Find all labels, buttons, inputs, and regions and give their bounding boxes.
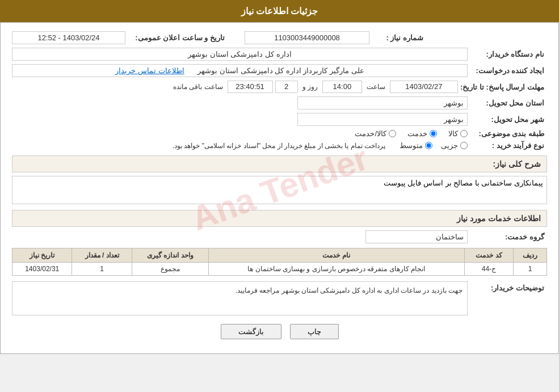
farayand-row: نوع فرآیند خرید : جزیی متوسط پرداخت تمام… [12,141,547,150]
tabaqe-khadamat-radio[interactable] [430,130,437,137]
mohlat-label: مهلت ارسال پاسخ: تا تاریخ: [460,83,547,91]
mohlat-countdown: 23:40:51 [228,81,273,93]
group-khadamat-value: ساختمان [365,230,468,243]
page-header: جزئیات اطلاعات نیاز [0,0,559,22]
main-content: Ana Tender شماره نیاز : 1103003449000008… [0,22,559,354]
ijad-konande-value: علی مارگیر کاربرداز اداره کل دامپزشکی اس… [12,64,468,77]
tabaqe-kala-radio[interactable] [460,130,468,137]
ijad-konande-link[interactable]: اطلاعات تماس خریدار [115,66,184,75]
services-table-body: 1ج-44انجام کارهای متفرقه درخصوص بازسازی … [12,263,547,276]
cell-tedad: 1 [72,263,132,276]
col-tedad: تعداد / مقدار [72,248,132,263]
khadamat-section-label: اطلاعات خدمات مورد نیاز [457,214,541,223]
shmaare-niyaz-row: شماره نیاز : 1103003449000008 تاریخ و سا… [12,31,547,44]
ijad-konande-label: ایجاد کننده درخواست: [468,66,547,75]
services-table: ردیف کد خدمت نام خدمت واحد اندازه گیری ت… [12,248,547,276]
shahr-takhvil-label: شهر محل تحویل: [468,115,547,124]
table-header-row: ردیف کد خدمت نام خدمت واحد اندازه گیری ت… [12,248,547,263]
back-button[interactable]: بازگشت [221,324,281,339]
khadamat-section-title: اطلاعات خدمات مورد نیاز [12,210,547,227]
sharh-area [12,176,547,204]
mohlat-baqi-label: ساعت باقی مانده [171,82,225,92]
farayand-options: جزیی متوسط پرداخت تمام یا بخشی از مبلغ خ… [173,141,468,150]
tarikh-value: 1403/02/24 - 12:52 [12,31,125,44]
cell-tarikh: 1403/02/31 [12,263,72,276]
services-table-header: ردیف کد خدمت نام خدمت واحد اندازه گیری ت… [12,248,547,263]
col-vahed: واحد اندازه گیری [132,248,208,263]
farayand-jozii-option[interactable]: جزیی [441,141,468,150]
group-khadamat-label: گروه خدمت: [468,233,547,241]
cell-radif: 1 [514,263,547,276]
table-row: 1ج-44انجام کارهای متفرقه درخصوص بازسازی … [12,263,547,276]
page-container: جزئیات اطلاعات نیاز Ana Tender شماره نیا… [0,0,559,354]
button-row: چاپ بازگشت [12,324,547,339]
tabaqe-khadamat-option[interactable]: خدمت [407,129,437,138]
farayand-jozii-label: جزیی [441,141,458,150]
mohlat-row: مهلت ارسال پاسخ: تا تاریخ: 1403/02/27 سا… [12,81,547,93]
tabaqe-options: کالا خدمت کالا/خدمت [355,129,468,138]
sharh-section-title: شرح کلی نیاز: [12,155,547,172]
shahr-takhvil-value: بوشهر [297,113,468,126]
tabaqe-row: طبقه بندی موضوعی: کالا خدمت کالا/خدمت [12,129,547,138]
sharh-section-label: شرح کلی نیاز: [493,159,541,168]
ostan-takhvil-label: استان محل تحویل: [468,99,547,107]
ijad-konande-text: علی مارگیر کاربرداز اداره کل دامپزشکی اس… [197,66,364,75]
farayand-motavasset-radio[interactable] [425,142,432,149]
tozihat-text: جهت بازدید در ساعات اداری به اداره کل دا… [236,286,463,294]
tozihat-section: توضیحات خریدار: جهت بازدید در ساعات ادار… [12,281,547,315]
farayand-motavasset-option[interactable]: متوسط [400,141,432,150]
tozihat-box: جهت بازدید در ساعات اداری به اداره کل دا… [12,281,468,315]
col-radif: ردیف [514,248,547,263]
tabaqe-kala-khadamat-label: کالا/خدمت [355,129,386,138]
col-tarikh: تاریخ نیاز [12,248,72,263]
group-khadamat-row: گروه خدمت: ساختمان [12,230,547,243]
mohlat-date: 1403/02/27 [390,81,458,93]
tozihat-label: توضیحات خریدار: [468,281,547,292]
mohlat-saat-label: ساعت [364,82,388,92]
mohlat-rooz: 2 [275,81,298,93]
tabaqe-kala-khadamat-option[interactable]: کالا/خدمت [355,129,396,138]
page-title: جزئیات اطلاعات نیاز [241,6,318,16]
print-button[interactable]: چاپ [290,324,339,339]
tabaqe-kala-option[interactable]: کالا [448,129,468,138]
tabaqe-khadamat-label: خدمت [407,129,427,138]
tarikh-label: تاریخ و ساعت اعلان عمومی: [125,33,228,42]
shahr-takhvil-row: شهر محل تحویل: بوشهر [12,113,547,126]
naam-dastgah-label: نام دستگاه خریدار: [468,50,547,58]
mohlat-saat: 14:00 [322,81,362,93]
mohlat-rooz-label: روز و [300,82,320,92]
cell-naam: انجام کارهای متفرقه درخصوص بازسازی و بهس… [208,263,464,276]
ijad-konande-row: ایجاد کننده درخواست: علی مارگیر کاربرداز… [12,64,547,77]
naam-dastgah-value: اداره کل دامپزشکی استان بوشهر [12,48,468,61]
farayand-label: نوع فرآیند خرید : [468,141,547,150]
tabaqe-kala-khadamat-radio[interactable] [389,130,396,137]
shmaare-niyaz-value: 1103003449000008 [245,31,369,44]
naam-dastgah-row: نام دستگاه خریدار: اداره کل دامپزشکی است… [12,48,547,61]
farayand-jozii-radio[interactable] [460,142,468,149]
shmaare-niyaz-label: شماره نیاز : [369,33,426,42]
ostan-takhvil-row: استان محل تحویل: بوشهر [12,96,547,109]
tabaqe-label: طبقه بندی موضوعی: [468,129,547,138]
tabaqe-kala-label: کالا [448,129,458,138]
farayand-note: پرداخت تمام یا بخشی از مبلغ خریدار از مح… [173,142,385,150]
farayand-motavasset-label: متوسط [400,141,423,150]
col-code: کد خدمت [464,248,514,263]
col-naam: نام خدمت [208,248,464,263]
ostan-takhvil-value: بوشهر [297,96,468,109]
sharh-textarea[interactable] [12,176,547,204]
cell-vahed: مجموع [132,263,208,276]
cell-code: ج-44 [464,263,514,276]
